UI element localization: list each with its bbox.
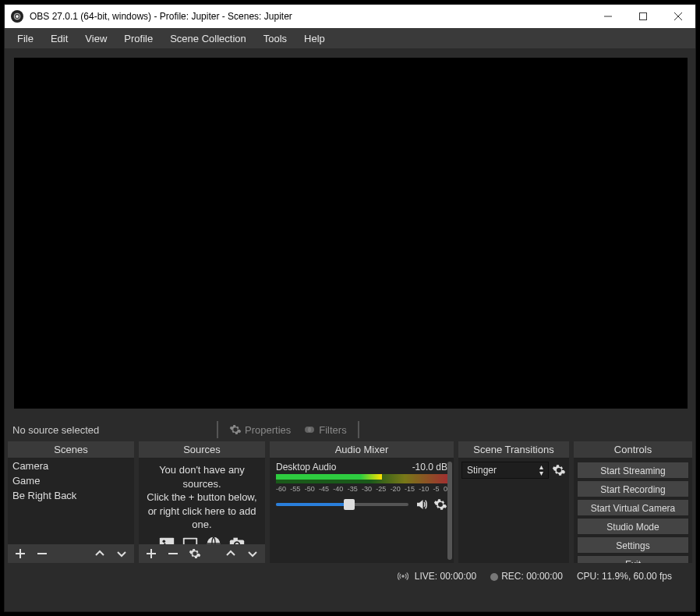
mixer-scrollbar[interactable] <box>447 462 452 560</box>
minimize-button[interactable] <box>590 5 625 28</box>
controls-panel: Controls Start Streaming Start Recording… <box>574 441 692 563</box>
camera-icon <box>228 535 246 544</box>
menu-view[interactable]: View <box>77 30 115 47</box>
menu-scene-collection[interactable]: Scene Collection <box>162 30 254 47</box>
move-source-down-button[interactable] <box>243 545 262 562</box>
audio-meter <box>276 474 447 483</box>
transition-settings-button[interactable] <box>552 463 566 477</box>
properties-button[interactable]: Properties <box>223 422 297 437</box>
menu-file[interactable]: File <box>9 30 41 47</box>
svg-point-8 <box>308 427 314 433</box>
speaker-icon[interactable] <box>415 497 429 512</box>
settings-button[interactable]: Settings <box>577 536 689 554</box>
transition-select[interactable]: Stinger ▴▾ <box>461 462 549 479</box>
close-button[interactable] <box>660 5 695 28</box>
svg-rect-21 <box>233 537 238 540</box>
svg-point-2 <box>16 15 19 18</box>
filters-button[interactable]: Filters <box>297 422 352 437</box>
mixer-header: Audio Mixer <box>270 441 454 458</box>
record-dot-icon <box>490 573 498 581</box>
track-settings-button[interactable] <box>433 497 447 512</box>
sources-panel: Sources You don't have any sources. Clic… <box>139 441 265 563</box>
transitions-panel: Scene Transitions Stinger ▴▾ <box>458 441 569 563</box>
menu-edit[interactable]: Edit <box>43 30 76 47</box>
meter-ticks: -60-55-50-45-40-35-30-25-20-15-10-50 <box>276 485 447 493</box>
menu-profile[interactable]: Profile <box>116 30 161 47</box>
source-toolbar: No source selected Properties Filters <box>5 418 695 441</box>
add-source-button[interactable] <box>142 545 161 562</box>
window-title: OBS 27.0.1 (64-bit, windows) - Profile: … <box>30 11 590 22</box>
scenes-header: Scenes <box>8 441 134 458</box>
sources-empty-text: You don't have any sources. <box>142 463 262 490</box>
move-scene-up-button[interactable] <box>90 545 109 562</box>
statusbar: LIVE: 00:00:00 REC: 00:00:00 CPU: 11.9%,… <box>5 566 695 586</box>
svg-rect-4 <box>639 13 646 20</box>
cpu-status: CPU: 11.9%, 60.00 fps <box>577 571 672 582</box>
maximize-button[interactable] <box>625 5 660 28</box>
source-status-text: No source selected <box>9 424 212 436</box>
sources-list[interactable]: You don't have any sources. Click the + … <box>139 458 265 544</box>
preview-canvas[interactable] <box>14 58 688 409</box>
scenes-panel: Scenes Camera Game Be Right Back <box>8 441 134 563</box>
exit-button[interactable]: Exit <box>577 555 689 563</box>
remove-scene-button[interactable] <box>33 545 51 562</box>
sources-empty-text: or right click here to add one. <box>142 504 262 532</box>
svg-rect-12 <box>160 537 174 544</box>
scene-item[interactable]: Be Right Back <box>8 488 134 503</box>
menu-tools[interactable]: Tools <box>256 30 295 47</box>
start-recording-button[interactable]: Start Recording <box>577 480 689 497</box>
image-icon <box>157 535 176 544</box>
filters-label: Filters <box>319 424 346 436</box>
broadcast-icon <box>398 571 408 582</box>
sources-header: Sources <box>139 441 265 458</box>
transition-selected: Stinger <box>467 465 497 476</box>
chevron-updown-icon: ▴▾ <box>539 464 543 476</box>
remove-source-button[interactable] <box>164 545 182 562</box>
scenes-list[interactable]: Camera Game Be Right Back <box>8 458 134 544</box>
sources-empty-text: Click the + button below, <box>142 490 262 504</box>
svg-rect-16 <box>185 539 196 544</box>
titlebar: OBS 27.0.1 (64-bit, windows) - Profile: … <box>5 5 695 28</box>
properties-label: Properties <box>245 424 291 436</box>
app-icon <box>11 10 23 23</box>
sources-empty-icons <box>142 535 262 544</box>
globe-icon <box>204 535 223 544</box>
source-settings-button[interactable] <box>186 545 204 562</box>
svg-point-14 <box>163 540 166 543</box>
monitor-icon <box>181 535 200 544</box>
scene-item[interactable]: Camera <box>8 458 134 473</box>
menubar: File Edit View Profile Scene Collection … <box>5 28 695 48</box>
start-virtual-camera-button[interactable]: Start Virtual Camera <box>577 499 689 516</box>
move-source-up-button[interactable] <box>221 545 240 562</box>
add-scene-button[interactable] <box>11 545 30 562</box>
track-name: Desktop Audio <box>276 462 336 473</box>
move-scene-down-button[interactable] <box>112 545 131 562</box>
audio-mixer-panel: Audio Mixer Desktop Audio -10.0 dB -60-5… <box>270 441 454 563</box>
track-db: -10.0 dB <box>412 462 447 473</box>
preview-area <box>5 48 695 418</box>
live-status: LIVE: 00:00:00 <box>415 571 476 582</box>
scene-item[interactable]: Game <box>8 473 134 488</box>
rec-status: REC: 00:00:00 <box>501 571 563 582</box>
audio-track: Desktop Audio -10.0 dB -60-55-50-45-40-3… <box>270 458 454 515</box>
studio-mode-button[interactable]: Studio Mode <box>577 518 689 535</box>
volume-slider[interactable] <box>276 503 408 506</box>
svg-point-27 <box>402 575 404 577</box>
start-streaming-button[interactable]: Start Streaming <box>577 462 689 479</box>
transitions-header: Scene Transitions <box>458 441 569 458</box>
controls-header: Controls <box>574 441 692 458</box>
menu-help[interactable]: Help <box>296 30 333 47</box>
